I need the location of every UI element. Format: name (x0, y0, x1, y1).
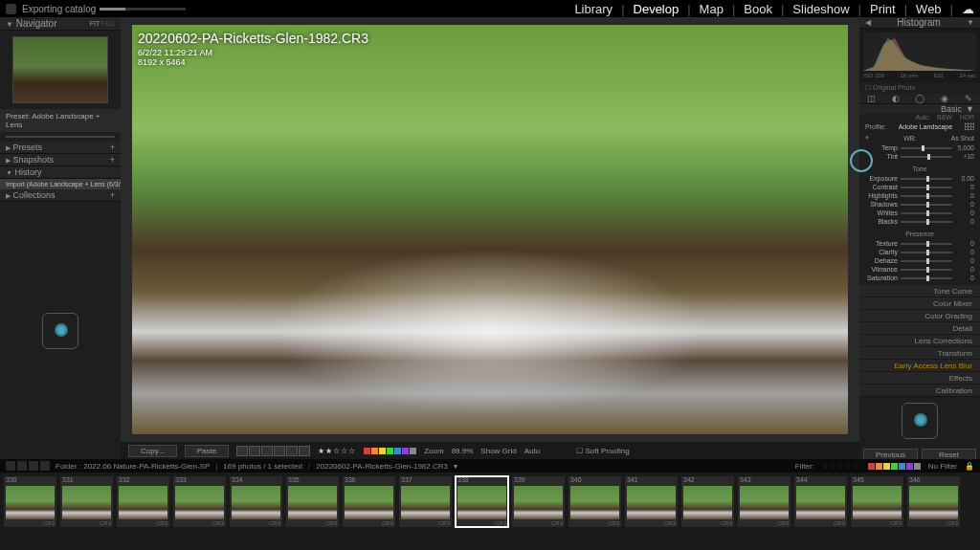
panel-color-grading[interactable]: Color Grading (859, 310, 980, 322)
identity-plate (0, 202, 121, 459)
cloud-sync-icon[interactable]: ☁ (962, 2, 974, 16)
thumbnail[interactable]: 339CR3 (512, 476, 565, 527)
folder-path[interactable]: Folder : 2022.06 Nature-PA-Ricketts-Glen… (56, 462, 210, 471)
collections-section[interactable]: ▶ Collections+ (0, 189, 121, 202)
panel-transform[interactable]: Transform (859, 347, 980, 360)
shadows-slider[interactable] (901, 204, 952, 206)
filter-lock-icon[interactable]: 🔒 (965, 462, 974, 471)
navigator-header[interactable]: ▼ Navigator FIT FILL (0, 17, 121, 31)
preset-label: Preset: Adobe Landscape + Lens (0, 109, 121, 132)
photo-viewport[interactable]: 20220602-PA-Ricketts-Glen-1982.CR3 6/2/2… (121, 17, 859, 442)
redeye-icon: ◉ (941, 94, 948, 103)
filmstrip[interactable]: 330CR3331CR3332CR3333CR3334CR3335CR3336C… (0, 473, 980, 531)
softproof-label[interactable]: Soft Proofing (585, 447, 629, 455)
capture-time: 6/2/22 11:29:21 AM (138, 48, 368, 57)
module-web[interactable]: Web (916, 2, 942, 16)
presets-section[interactable]: ▶ Presets+ (0, 142, 121, 154)
photo-metadata: 20220602-PA-Ricketts-Glen-1982.CR3 6/2/2… (138, 31, 368, 67)
contrast-slider[interactable] (901, 187, 952, 188)
wb-dropdown[interactable]: As Shot (950, 135, 974, 142)
snapshots-section[interactable]: ▶ Snapshots+ (0, 154, 121, 166)
exposure-slider[interactable] (901, 178, 952, 180)
thumbnail[interactable]: 340CR3 (568, 476, 621, 527)
thumbnail[interactable]: 330CR3 (4, 476, 56, 527)
color-labels[interactable] (364, 448, 416, 454)
whites-slider[interactable] (901, 212, 952, 214)
app-icon (6, 4, 16, 14)
view-mode-icons[interactable] (236, 446, 310, 456)
rating-stars[interactable]: ★★☆☆☆ (318, 447, 356, 455)
thumbnail[interactable]: 334CR3 (230, 476, 282, 527)
thumbnail[interactable]: 331CR3 (60, 476, 113, 527)
window-icons[interactable] (6, 461, 50, 471)
paste-button[interactable]: Paste (185, 445, 229, 457)
filename: 20220602-PA-Ricketts-Glen-1982.CR3 (138, 31, 368, 46)
heal-icon: ◐ (892, 94, 900, 103)
show-grid-label[interactable]: Show Grid (480, 447, 516, 455)
module-library[interactable]: Library (574, 2, 612, 16)
module-print[interactable]: Print (870, 2, 896, 16)
thumbnail[interactable]: 336CR3 (343, 476, 395, 527)
panel-detail[interactable]: Detail (859, 322, 980, 335)
module-slideshow[interactable]: Slideshow (792, 2, 849, 16)
thumbnail[interactable]: 343CR3 (738, 476, 791, 527)
filter-preset[interactable]: No Filter (928, 462, 957, 471)
eyedropper-icon[interactable]: ⌖ (865, 134, 869, 142)
dimensions: 8192 x 5464 (138, 57, 368, 67)
thumbnail[interactable]: 346CR3 (907, 476, 960, 527)
photo-count: 169 photos / 1 selected (223, 462, 302, 471)
thumbnail[interactable]: 344CR3 (794, 476, 847, 527)
crop-icon: ◫ (867, 94, 876, 103)
thumbnail[interactable]: 338CR3 (456, 476, 508, 527)
module-picker: Library|Develop|Map|Book|Slideshow|Print… (574, 2, 974, 16)
dehaze-slider[interactable] (901, 260, 952, 262)
module-book[interactable]: Book (744, 2, 772, 16)
panel-lens-blur[interactable]: Early Access Lens Blur (859, 360, 980, 372)
profile-browser-icon[interactable] (965, 122, 974, 130)
auto-mode[interactable]: Auto (915, 114, 928, 121)
panel-color-mixer[interactable]: Color Mixer (859, 297, 980, 310)
thumbnail[interactable]: 342CR3 (681, 476, 734, 527)
right-panel: ◀Histogram▼ ▲ ▲ ISO 10016 mmf/2224 sec ☐… (859, 17, 980, 459)
filter-stars[interactable]: ☆☆☆☆☆ (822, 462, 860, 471)
panel-lens-corrections[interactable]: Lens Corrections (859, 335, 980, 347)
clarity-slider[interactable] (901, 252, 952, 253)
histogram-header[interactable]: ◀Histogram▼ (859, 17, 980, 29)
module-develop[interactable]: Develop (634, 2, 679, 16)
basic-panel-header[interactable]: Basic ▼ (859, 104, 980, 114)
thumbnail[interactable]: 341CR3 (625, 476, 678, 527)
wb-eyedropper-highlight (850, 149, 873, 172)
mask-icon: ◯ (915, 94, 924, 103)
panel-effects[interactable]: Effects (859, 372, 980, 385)
thumbnail[interactable]: 333CR3 (173, 476, 226, 527)
tint-slider[interactable] (901, 156, 952, 158)
histogram[interactable]: ▲ ▲ ISO 10016 mmf/2224 sec (859, 29, 980, 82)
history-section[interactable]: ▼ History (0, 166, 121, 179)
blacks-slider[interactable] (901, 221, 952, 223)
temp-slider[interactable] (901, 147, 952, 149)
panel-tone-curve[interactable]: Tone Curve (859, 285, 980, 297)
previous-button[interactable]: Previous (863, 449, 918, 459)
highlights-slider[interactable] (901, 195, 952, 197)
tool-strip[interactable]: ◫◐◯◉✎ (859, 94, 980, 104)
panel-calibration[interactable]: Calibration (859, 385, 980, 397)
auto-label[interactable]: Auto (524, 447, 540, 455)
preset-amount-slider[interactable] (0, 132, 121, 142)
saturation-slider[interactable] (901, 277, 952, 279)
thumbnail[interactable]: 345CR3 (851, 476, 903, 527)
thumbnail[interactable]: 332CR3 (117, 476, 169, 527)
reset-button[interactable]: Reset (922, 449, 976, 459)
zoom-label: Zoom (424, 447, 443, 455)
vibrance-slider[interactable] (901, 269, 952, 271)
hdr-mode[interactable]: HDR (960, 114, 974, 121)
history-item[interactable]: Import (Adobe Landscape + Lens (6/3/22 3… (0, 179, 121, 189)
zoom-value: 89.9% (452, 447, 474, 455)
copy-button[interactable]: Copy... (128, 445, 177, 457)
thumbnail[interactable]: 335CR3 (286, 476, 339, 527)
texture-slider[interactable] (901, 243, 952, 245)
profile-row[interactable]: Profile: Adobe Landscape (859, 121, 980, 132)
bw-mode[interactable]: B&W (937, 114, 952, 121)
module-map[interactable]: Map (700, 2, 724, 16)
thumbnail[interactable]: 337CR3 (399, 476, 452, 527)
navigator-preview[interactable] (0, 31, 121, 109)
